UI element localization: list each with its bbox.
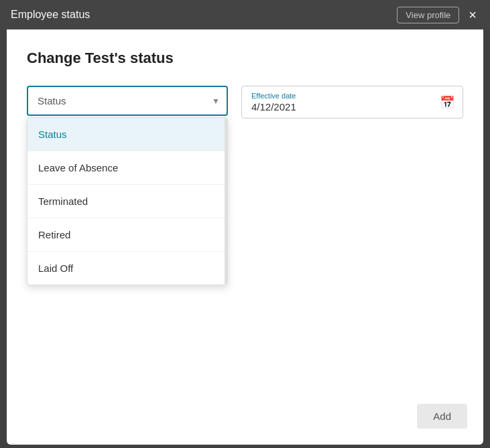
view-profile-button[interactable]: View profile <box>397 7 459 23</box>
modal-header-actions: View profile × <box>397 7 479 23</box>
modal-container: Employee status View profile × Change Te… <box>0 0 490 448</box>
dropdown-item-leave-of-absence[interactable]: Leave of Absence <box>27 151 227 185</box>
close-button[interactable]: × <box>466 8 479 21</box>
modal-header: Employee status View profile × <box>0 0 490 29</box>
dropdown-item-terminated[interactable]: Terminated <box>27 185 227 218</box>
status-dropdown-wrapper: StatusLeave of AbsenceTerminatedRetiredL… <box>27 86 228 116</box>
effective-date-label: Effective date <box>251 92 453 100</box>
dropdown-item-retired[interactable]: Retired <box>27 218 227 252</box>
calendar-icon: 📅 <box>440 95 454 110</box>
dropdown-item-status[interactable]: Status <box>27 118 227 151</box>
dropdown-list: Status Leave of Absence Terminated Retir… <box>27 117 228 285</box>
dropdown-item-laid-off[interactable]: Laid Off <box>27 252 227 285</box>
modal-header-title: Employee status <box>11 9 90 21</box>
modal-title: Change Test's status <box>27 50 463 67</box>
status-select[interactable]: StatusLeave of AbsenceTerminatedRetiredL… <box>27 86 228 116</box>
effective-date-value: 4/12/2021 <box>251 101 453 113</box>
date-field[interactable]: Effective date 4/12/2021 📅 <box>241 86 463 119</box>
modal-body: Change Test's status StatusLeave of Abse… <box>7 29 483 445</box>
add-button[interactable]: Add <box>417 404 467 429</box>
date-field-wrapper: Effective date 4/12/2021 📅 <box>241 86 463 119</box>
form-row: StatusLeave of AbsenceTerminatedRetiredL… <box>27 86 463 119</box>
